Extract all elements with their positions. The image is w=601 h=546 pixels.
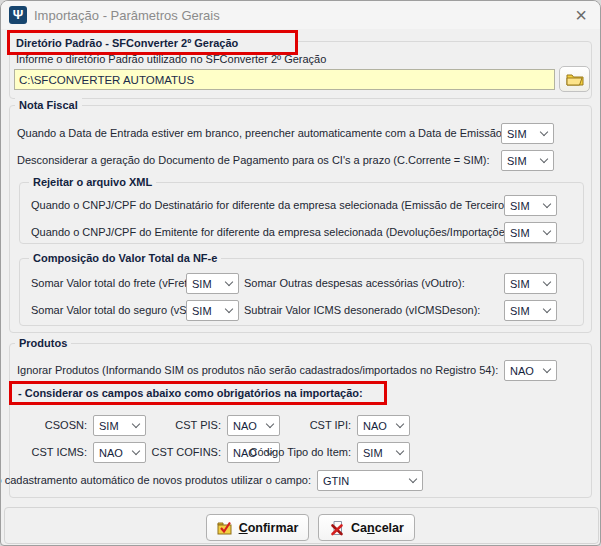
chevron-down-icon xyxy=(540,155,548,163)
combo-value: SIM xyxy=(192,278,212,290)
csosn-select[interactable]: SIM xyxy=(93,415,146,436)
combo-value: SIM xyxy=(99,420,119,432)
diretorio-group-title: Diretório Padrão - SFConverter 2º Geraçã… xyxy=(16,37,238,49)
voutro-select[interactable]: SIM xyxy=(504,273,557,294)
data-entrada-select[interactable]: SIM xyxy=(501,123,554,144)
combo-value: SIM xyxy=(507,128,527,140)
vfrete-select[interactable]: SIM xyxy=(186,273,239,294)
combo-value: NAO xyxy=(99,447,123,459)
chevron-down-icon xyxy=(225,278,233,286)
diretorio-path-input[interactable] xyxy=(14,69,555,90)
cst-pis-select[interactable]: NAO xyxy=(227,415,280,436)
vfrete-label: Somar Valor total do frete (vFrete): xyxy=(31,273,200,294)
chevron-down-icon xyxy=(543,278,551,286)
ignorar-produtos-label: Ignorar Produtos (Informando SIM os prod… xyxy=(17,360,498,381)
vicmsdeson-select[interactable]: SIM xyxy=(504,300,557,321)
window-title: Importação - Parâmetros Gerais xyxy=(34,7,220,24)
codigo-tipo-item-label: Código Tipo do Item: xyxy=(249,442,351,463)
confirm-icon xyxy=(217,520,233,536)
codigo-tipo-item-select[interactable]: SIM xyxy=(357,442,410,463)
combo-value: NAO xyxy=(363,420,387,432)
voutro-label: Somar Outras despesas acessórias (vOutro… xyxy=(244,273,465,294)
combo-value: SIM xyxy=(192,305,212,317)
data-entrada-label: Quando a Data de Entrada estiver em bran… xyxy=(17,123,505,144)
cst-cofins-label: CST COFINS: xyxy=(152,442,221,463)
vicmsdeson-label: Subtrair Valor ICMS desonerado (vICMSDes… xyxy=(244,300,480,321)
cnpj-destinatario-label: Quando o CNPJ/CPF do Destinatário for di… xyxy=(31,195,516,216)
obrigatorios-title: - Considerar os campos abaixo como obrig… xyxy=(18,387,363,399)
combo-value: NAO xyxy=(233,420,257,432)
chevron-down-icon xyxy=(225,305,233,313)
annotation-red-box-diretorio: Diretório Padrão - SFConverter 2º Geraçã… xyxy=(7,30,298,55)
app-icon: Ψ xyxy=(9,6,27,24)
csosn-label: CSOSN: xyxy=(45,415,87,436)
vseg-select[interactable]: SIM xyxy=(186,300,239,321)
composicao-group-title: Composição do Valor Total da NF-e xyxy=(29,251,221,265)
cst-ipi-label: CST IPI: xyxy=(310,415,351,436)
cst-icms-label: CST ICMS: xyxy=(32,442,87,463)
chevron-down-icon xyxy=(409,475,417,483)
combo-value: SIM xyxy=(507,155,527,167)
combo-value: SIM xyxy=(510,278,530,290)
cancel-button-label: Cancelar xyxy=(351,521,404,535)
cst-pis-label: CST PIS: xyxy=(175,415,221,436)
combo-value: GTIN xyxy=(323,475,349,487)
nota-fiscal-group-title: Nota Fiscal xyxy=(15,98,82,112)
combo-value: NAO xyxy=(510,365,534,377)
chevron-down-icon xyxy=(132,420,140,428)
close-icon[interactable]: × xyxy=(575,3,587,27)
chevron-down-icon xyxy=(543,365,551,373)
cancel-button[interactable]: Cancelar xyxy=(318,514,415,541)
chevron-down-icon xyxy=(543,305,551,313)
chevron-down-icon xyxy=(266,420,274,428)
chevron-down-icon xyxy=(543,227,551,235)
cst-ipi-select[interactable]: NAO xyxy=(357,415,410,436)
vseg-label: Somar Valor total do seguro (vSeg): xyxy=(31,300,206,321)
chevron-down-icon xyxy=(540,128,548,136)
ignorar-produtos-select[interactable]: NAO xyxy=(504,360,557,381)
chevron-down-icon xyxy=(396,447,404,455)
combo-value: SIM xyxy=(510,227,530,239)
chevron-down-icon xyxy=(132,447,140,455)
desconsiderar-pagamento-select[interactable]: SIM xyxy=(501,150,554,171)
title-bar[interactable]: Ψ Importação - Parâmetros Gerais × xyxy=(1,1,600,29)
cadastro-campo-select[interactable]: GTIN xyxy=(317,470,423,491)
cnpj-emitente-select[interactable]: SIM xyxy=(504,222,557,243)
produtos-group-title: Produtos xyxy=(15,336,71,350)
annotation-red-box-obrigatorios: - Considerar os campos abaixo como obrig… xyxy=(9,381,387,405)
combo-value: SIM xyxy=(510,305,530,317)
combo-value: SIM xyxy=(363,447,383,459)
cnpj-destinatario-select[interactable]: SIM xyxy=(504,195,557,216)
confirm-button[interactable]: Confirmar xyxy=(206,514,309,541)
dialog-window: Ψ Importação - Parâmetros Gerais × Diret… xyxy=(0,0,601,546)
browse-folder-button[interactable] xyxy=(559,66,590,92)
folder-icon xyxy=(566,72,584,86)
chevron-down-icon xyxy=(396,420,404,428)
confirm-button-label: Confirmar xyxy=(239,521,299,535)
cadastro-automatico-label: No cadastramento automático de novos pro… xyxy=(0,470,311,491)
cst-icms-select[interactable]: NAO xyxy=(93,442,146,463)
rejeitar-xml-group-title: Rejeitar o arquivo XML xyxy=(29,175,156,189)
chevron-down-icon xyxy=(543,200,551,208)
desconsiderar-pagamento-label: Desconsiderar a geração do Documento de … xyxy=(17,150,490,171)
combo-value: SIM xyxy=(510,200,530,212)
cancel-icon xyxy=(329,520,345,536)
cnpj-emitente-label: Quando o CNPJ/CPF do Emitente for difere… xyxy=(31,222,517,243)
